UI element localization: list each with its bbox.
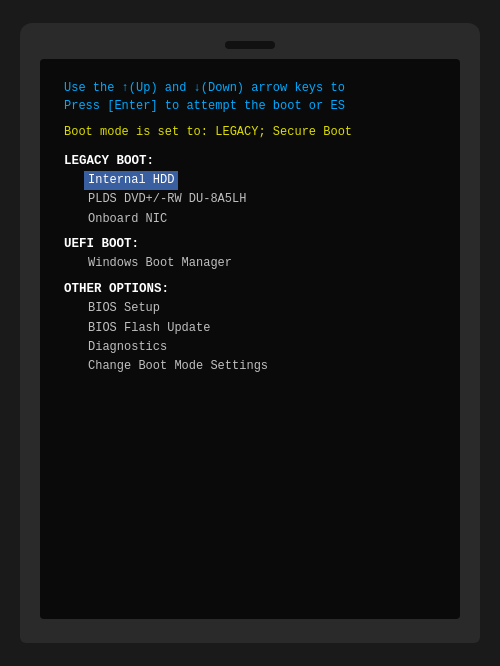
section-header-uefi: UEFI BOOT: — [64, 235, 436, 254]
menu-item-bios-setup[interactable]: BIOS Setup — [64, 299, 436, 318]
bios-screen: Use the ↑(Up) and ↓(Down) arrow keys to … — [64, 79, 436, 377]
info-line-1: Use the ↑(Up) and ↓(Down) arrow keys to — [64, 79, 436, 97]
menu-item-internal-hdd[interactable]: Internal HDD — [64, 171, 436, 190]
menu-item-bios-flash[interactable]: BIOS Flash Update — [64, 319, 436, 338]
section-header-legacy: LEGACY BOOT: — [64, 152, 436, 171]
section-header-other: OTHER OPTIONS: — [64, 280, 436, 299]
boot-mode-line: Boot mode is set to: LEGACY; Secure Boot — [64, 123, 436, 142]
laptop-frame: Use the ↑(Up) and ↓(Down) arrow keys to … — [20, 23, 480, 643]
info-line-2: Press [Enter] to attempt the boot or ES — [64, 97, 436, 115]
menu-item-diagnostics[interactable]: Diagnostics — [64, 338, 436, 357]
screen: Use the ↑(Up) and ↓(Down) arrow keys to … — [40, 59, 460, 619]
menu-item-windows-boot[interactable]: Windows Boot Manager — [64, 254, 436, 273]
webcam — [225, 41, 275, 49]
menu-item-dvd[interactable]: PLDS DVD+/-RW DU-8A5LH — [64, 190, 436, 209]
menu-item-nic[interactable]: Onboard NIC — [64, 210, 436, 229]
menu-item-change-boot-mode[interactable]: Change Boot Mode Settings — [64, 357, 436, 376]
